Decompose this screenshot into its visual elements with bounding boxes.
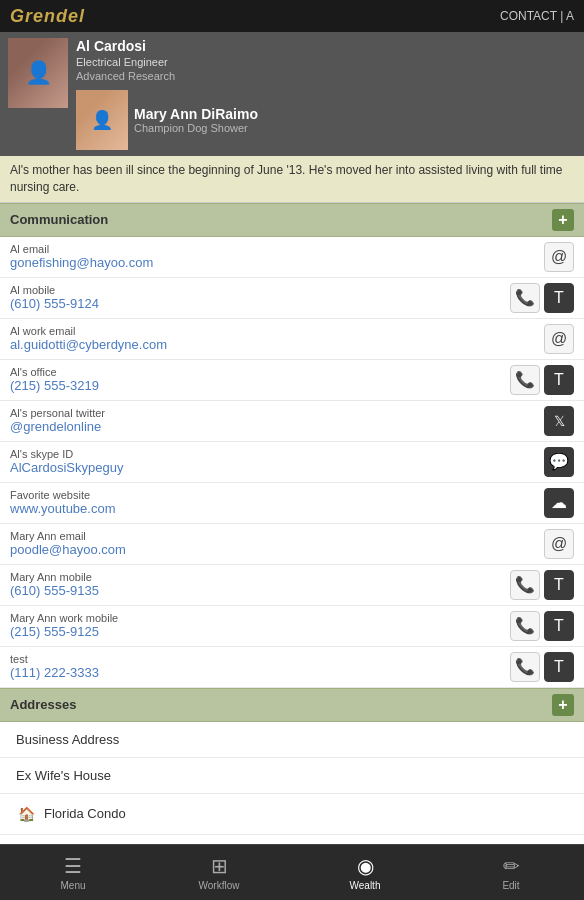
- menu-icon: ☰: [64, 854, 82, 878]
- comm-item-0: Al email gonefishing@hayoo.com @: [0, 237, 584, 278]
- comm-phone-btn-9[interactable]: 📞: [510, 611, 540, 641]
- addresses-section-header: Addresses +: [0, 688, 584, 722]
- address-item-2[interactable]: 🏠 Florida Condo: [0, 794, 584, 835]
- comm-value-7[interactable]: poodle@hayoo.com: [10, 542, 544, 557]
- wealth-icon: ◉: [357, 854, 374, 878]
- comm-value-3[interactable]: (215) 555-3219: [10, 378, 510, 393]
- comm-value-8[interactable]: (610) 555-9135: [10, 583, 510, 598]
- nav-edit[interactable]: ✏ Edit: [438, 845, 584, 900]
- comm-web-btn-6[interactable]: ☁: [544, 488, 574, 518]
- logo-rest: rendel: [25, 6, 85, 26]
- comm-value-10[interactable]: (111) 222-3333: [10, 665, 510, 680]
- addresses-add-button[interactable]: +: [552, 694, 574, 716]
- comm-label-4: Al's personal twitter: [10, 407, 544, 419]
- primary-photo: 👤: [8, 38, 68, 108]
- comm-item-8: Mary Ann mobile (610) 555-9135 📞 T: [0, 565, 584, 606]
- comm-label-3: Al's office: [10, 366, 510, 378]
- secondary-contact-name: Mary Ann DiRaimo: [134, 106, 258, 122]
- comm-text-btn-3[interactable]: T: [544, 365, 574, 395]
- comm-text-btn-8[interactable]: T: [544, 570, 574, 600]
- comm-value-2[interactable]: al.guidotti@cyberdyne.com: [10, 337, 544, 352]
- comm-item-4: Al's personal twitter @grendelonline 𝕏: [0, 401, 584, 442]
- comm-value-4[interactable]: @grendelonline: [10, 419, 544, 434]
- comm-value-0[interactable]: gonefishing@hayoo.com: [10, 255, 544, 270]
- secondary-contact-info: Mary Ann DiRaimo Champion Dog Shower: [134, 106, 258, 134]
- secondary-contact-row: 👤 Mary Ann DiRaimo Champion Dog Shower: [76, 90, 258, 150]
- logo-g: G: [10, 6, 25, 26]
- comm-value-1[interactable]: (610) 555-9124: [10, 296, 510, 311]
- comm-label-6: Favorite website: [10, 489, 544, 501]
- comm-value-6[interactable]: www.youtube.com: [10, 501, 544, 516]
- comm-phone-btn-8[interactable]: 📞: [510, 570, 540, 600]
- home-icon: 🏠: [16, 804, 36, 824]
- address-label-1: Ex Wife's House: [16, 768, 111, 783]
- wealth-label: Wealth: [350, 880, 381, 891]
- comm-label-2: Al work email: [10, 325, 544, 337]
- address-item-1[interactable]: Ex Wife's House: [0, 758, 584, 794]
- comm-phone-btn-1[interactable]: 📞: [510, 283, 540, 313]
- comm-phone-btn-3[interactable]: 📞: [510, 365, 540, 395]
- comm-item-10: test (111) 222-3333 📞 T: [0, 647, 584, 688]
- comm-twitter-btn-4[interactable]: 𝕏: [544, 406, 574, 436]
- workflow-label: Workflow: [199, 880, 240, 891]
- comm-label-10: test: [10, 653, 510, 665]
- primary-contact-sub: Advanced Research: [76, 70, 258, 82]
- comm-label-7: Mary Ann email: [10, 530, 544, 542]
- comm-label-1: Al mobile: [10, 284, 510, 296]
- comm-skype-btn-5[interactable]: 💬: [544, 447, 574, 477]
- communication-section-header: Communication +: [0, 203, 584, 237]
- secondary-photo: 👤: [76, 90, 128, 150]
- comm-value-5[interactable]: AlCardosiSkypeguy: [10, 460, 544, 475]
- address-item-0[interactable]: Business Address: [0, 722, 584, 758]
- nav-wealth[interactable]: ◉ Wealth: [292, 845, 438, 900]
- comm-value-9[interactable]: (215) 555-9125: [10, 624, 510, 639]
- communication-add-button[interactable]: +: [552, 209, 574, 231]
- comm-email-btn-7[interactable]: @: [544, 529, 574, 559]
- comm-email-btn-2[interactable]: @: [544, 324, 574, 354]
- comm-item-2: Al work email al.guidotti@cyberdyne.com …: [0, 319, 584, 360]
- app-header: Grendel CONTACT | A: [0, 0, 584, 32]
- comm-item-1: Al mobile (610) 555-9124 📞 T: [0, 278, 584, 319]
- comm-label-9: Mary Ann work mobile: [10, 612, 510, 624]
- comm-phone-btn-10[interactable]: 📞: [510, 652, 540, 682]
- communication-label: Communication: [10, 212, 108, 227]
- comm-item-3: Al's office (215) 555-3219 📞 T: [0, 360, 584, 401]
- secondary-contact-sub: Champion Dog Shower: [134, 122, 258, 134]
- comm-item-5: Al's skype ID AlCardosiSkypeguy 💬: [0, 442, 584, 483]
- comm-item-7: Mary Ann email poodle@hayoo.com @: [0, 524, 584, 565]
- primary-contact-name: Al Cardosi: [76, 38, 258, 54]
- comm-text-btn-9[interactable]: T: [544, 611, 574, 641]
- nav-workflow[interactable]: ⊞ Workflow: [146, 845, 292, 900]
- comm-text-btn-1[interactable]: T: [544, 283, 574, 313]
- comm-text-btn-10[interactable]: T: [544, 652, 574, 682]
- primary-contact-title: Electrical Engineer: [76, 56, 258, 68]
- bottom-navigation: ☰ Menu ⊞ Workflow ◉ Wealth ✏ Edit: [0, 844, 584, 900]
- app-logo: Grendel: [10, 6, 85, 27]
- nav-menu[interactable]: ☰ Menu: [0, 845, 146, 900]
- edit-label: Edit: [502, 880, 519, 891]
- main-content: Communication + Al email gonefishing@hay…: [0, 203, 584, 900]
- address-label-0: Business Address: [16, 732, 119, 747]
- comm-item-9: Mary Ann work mobile (215) 555-9125 📞 T: [0, 606, 584, 647]
- menu-label: Menu: [60, 880, 85, 891]
- comm-email-btn-0[interactable]: @: [544, 242, 574, 272]
- workflow-icon: ⊞: [211, 854, 228, 878]
- contact-note: Al's mother has been ill since the begin…: [0, 156, 584, 203]
- header-nav[interactable]: CONTACT | A: [500, 9, 574, 23]
- comm-item-6: Favorite website www.youtube.com ☁: [0, 483, 584, 524]
- comm-label-0: Al email: [10, 243, 544, 255]
- contact-header: 👤 Al Cardosi Electrical Engineer Advance…: [0, 32, 584, 156]
- address-label-2: Florida Condo: [44, 806, 126, 821]
- comm-label-5: Al's skype ID: [10, 448, 544, 460]
- primary-contact-info: Al Cardosi Electrical Engineer Advanced …: [76, 38, 258, 150]
- comm-label-8: Mary Ann mobile: [10, 571, 510, 583]
- edit-icon: ✏: [503, 854, 520, 878]
- addresses-label: Addresses: [10, 697, 76, 712]
